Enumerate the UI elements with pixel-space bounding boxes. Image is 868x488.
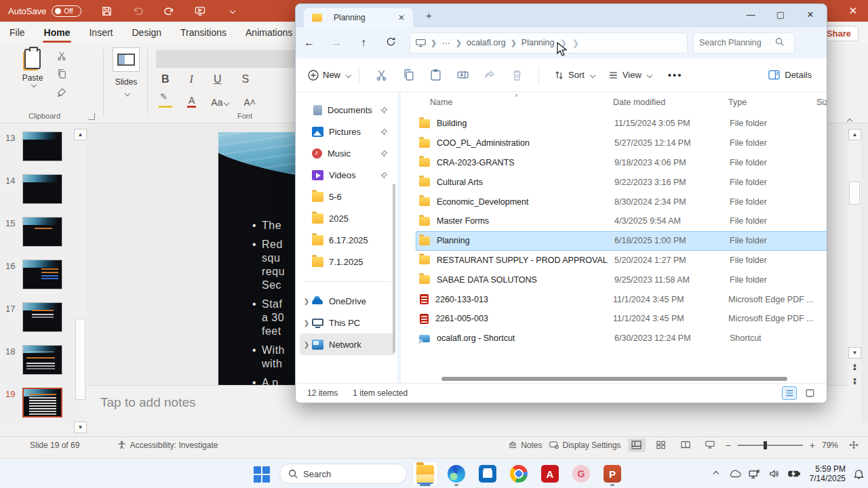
slide-indicator[interactable]: Slide 19 of 69 xyxy=(30,441,79,450)
ppt-ribbon-tab[interactable]: Home xyxy=(35,23,80,42)
view-button[interactable]: View xyxy=(608,70,652,80)
address-box[interactable]: ❯ ⋯ ❯ ocalafl.org ❯ Planning ❯ ❯ xyxy=(410,33,688,54)
file-row[interactable]: Planning 6/18/2025 1:00 PM File folder xyxy=(416,231,827,251)
clipboard-dialog-launcher-icon[interactable] xyxy=(88,113,95,120)
slide-thumbnail[interactable] xyxy=(22,388,62,418)
slide-thumbnail[interactable] xyxy=(22,131,62,161)
previous-slide-button[interactable]: ▲▲ xyxy=(848,361,861,372)
nav-item[interactable]: ❯ This PC xyxy=(300,312,395,333)
nav-item[interactable]: ❯ 6.17.2025 xyxy=(300,229,395,251)
breadcrumb-ocalafl[interactable]: ocalafl.org xyxy=(467,38,506,47)
zoom-slider-thumb[interactable] xyxy=(764,441,767,449)
back-button[interactable]: ← xyxy=(296,37,323,49)
thumbnails-view-toggle[interactable] xyxy=(802,386,817,400)
copy-button[interactable] xyxy=(395,64,422,87)
file-row[interactable]: Cultural Arts 9/22/2023 3:16 PM File fol… xyxy=(416,172,827,192)
forward-button[interactable]: → xyxy=(323,37,350,49)
thumbnails-scroll-down-button[interactable]: ▼ xyxy=(74,422,87,433)
ppt-ribbon-tab[interactable]: Insert xyxy=(79,23,122,42)
display-settings-button[interactable]: Display Settings xyxy=(549,441,621,450)
slide-thumbnail-item[interactable]: 16 xyxy=(0,251,87,294)
slide-thumbnail[interactable] xyxy=(22,345,62,375)
close-button[interactable]: ✕ xyxy=(795,4,825,24)
explorer-tab[interactable]: Planning ✕ xyxy=(304,8,413,27)
slide-thumbnail[interactable] xyxy=(22,260,62,289)
taskbar-microsoft-store[interactable] xyxy=(475,461,500,487)
autosave-toggle[interactable]: Off xyxy=(52,5,81,17)
refresh-button[interactable] xyxy=(377,37,404,49)
nav-item[interactable]: ❯ Network xyxy=(300,333,395,355)
paste-button[interactable] xyxy=(422,64,449,87)
file-row[interactable]: ocalafl.org - Shortcut 6/30/2023 12:24 P… xyxy=(416,329,827,348)
slideshow-view-button[interactable] xyxy=(701,439,719,452)
slide-thumbnail[interactable] xyxy=(22,302,62,332)
undo-icon[interactable] xyxy=(132,5,144,17)
explorer-search-box[interactable] xyxy=(693,33,795,54)
fit-slide-to-window-button[interactable] xyxy=(845,439,863,452)
scrollbar-thumb[interactable] xyxy=(849,182,860,205)
text-shadow-button[interactable]: S xyxy=(241,73,249,85)
cut-button[interactable] xyxy=(368,64,395,87)
slide-thumbnail-item[interactable]: 18 xyxy=(0,337,87,380)
normal-view-button[interactable] xyxy=(628,439,646,452)
details-view-toggle[interactable] xyxy=(782,386,797,400)
details-pane-button[interactable]: Details xyxy=(768,70,812,80)
column-type[interactable]: Type xyxy=(728,98,747,107)
file-row[interactable]: CRA-2023-GRANTS 9/18/2023 4:06 PM File f… xyxy=(416,153,827,173)
taskbar-edge[interactable] xyxy=(443,461,469,487)
nav-item[interactable]: ❯ OneDrive xyxy=(300,290,395,312)
nav-item[interactable]: ❯ 7.1.2025 xyxy=(300,251,395,272)
slide-thumbnail-item[interactable]: 15 xyxy=(0,209,87,251)
horizontal-scrollbar[interactable] xyxy=(440,375,806,382)
more-options-button[interactable]: ••• xyxy=(668,69,683,81)
redo-icon[interactable] xyxy=(163,5,175,17)
tab-close-icon[interactable]: ✕ xyxy=(395,13,408,22)
delete-button[interactable] xyxy=(503,64,530,87)
new-button[interactable]: New xyxy=(308,70,351,81)
taskbar-file-explorer[interactable] xyxy=(412,461,438,487)
bold-button[interactable]: B xyxy=(161,73,170,85)
hidden-icons-chevron-icon[interactable] xyxy=(709,467,722,481)
search-input[interactable] xyxy=(699,38,775,47)
column-date-modified[interactable]: Date modified xyxy=(613,98,665,107)
nav-item[interactable]: ❯ 5-6 xyxy=(300,186,395,207)
up-button[interactable]: ↑ xyxy=(350,37,377,49)
format-painter-icon[interactable] xyxy=(56,87,68,98)
ppt-ribbon-tab[interactable]: Animations xyxy=(236,23,302,42)
underline-button[interactable]: U xyxy=(214,73,222,85)
nav-item[interactable]: ❯ Documents xyxy=(300,99,395,121)
minimize-button[interactable]: — xyxy=(736,4,766,24)
qat-customize-chevron-icon[interactable] xyxy=(225,5,237,17)
maximize-button[interactable]: ▢ xyxy=(766,4,795,24)
italic-button[interactable]: I xyxy=(190,73,193,85)
ppt-close-button[interactable]: ✕ xyxy=(844,3,863,19)
taskbar-powerpoint[interactable]: P xyxy=(599,461,625,487)
file-row[interactable]: 2261-005-003 11/1/2024 3:45 PM Microsoft… xyxy=(416,309,827,329)
battery-tray-icon[interactable] xyxy=(787,467,801,481)
breadcrumb-overflow[interactable]: ⋯ xyxy=(441,38,451,48)
cut-icon[interactable] xyxy=(56,50,68,61)
slide-thumbnail[interactable] xyxy=(22,217,62,247)
start-button[interactable] xyxy=(248,461,274,487)
file-row[interactable]: SABAE DATA SOLUTONS 9/25/2023 11:58 AM F… xyxy=(416,270,827,289)
slide-thumbnail-item[interactable]: 17 xyxy=(0,294,87,337)
onedrive-tray-icon[interactable] xyxy=(728,467,742,481)
notifications-bell-icon[interactable]: z xyxy=(852,467,865,481)
file-row[interactable]: COO_PL_Administration 5/27/2025 12:14 PM… xyxy=(416,134,827,153)
nav-scrollbar[interactable] xyxy=(393,184,395,353)
expand-chevron-icon[interactable]: ❯ xyxy=(301,298,312,305)
highlight-color-button[interactable] xyxy=(159,100,172,108)
taskbar-clock[interactable]: 5:59 PM 7/14/2025 xyxy=(810,464,846,483)
font-color-button[interactable]: A xyxy=(187,95,196,108)
copy-icon[interactable] xyxy=(56,68,68,79)
font-name-combobox[interactable] xyxy=(156,50,296,68)
ppt-ribbon-tab[interactable]: Design xyxy=(122,23,171,42)
breadcrumb-planning[interactable]: Planning xyxy=(521,38,555,47)
taskbar-search[interactable]: Search xyxy=(279,464,407,484)
zoom-in-button[interactable]: + xyxy=(810,440,815,451)
sort-button[interactable]: Sort xyxy=(554,70,595,80)
nav-item[interactable]: ❯ Pictures xyxy=(300,121,395,142)
file-row[interactable]: Building 11/15/2024 3:05 PM File folder xyxy=(416,114,827,134)
zoom-slider[interactable] xyxy=(738,445,803,446)
nav-item[interactable]: ❯ Videos xyxy=(300,164,395,186)
